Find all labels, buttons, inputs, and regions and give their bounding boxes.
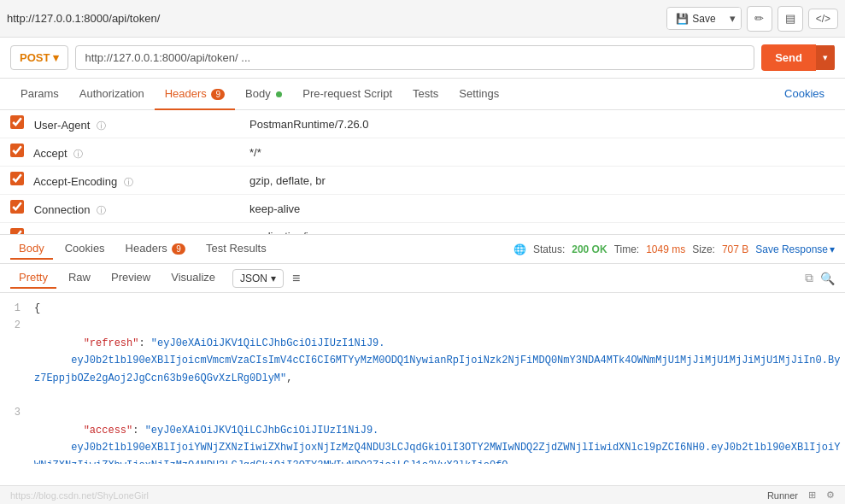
save-button-group: 💾 Save ▾ (666, 7, 741, 30)
headers-scroll-area: User-Agent ⓘ PostmanRuntime/7.26.0 Accep… (0, 110, 845, 234)
status-value: 200 OK (572, 243, 607, 255)
info-icon: ⓘ (97, 205, 106, 215)
table-row: Accept ⓘ */* (0, 138, 845, 167)
format-tab-pretty[interactable]: Pretty (10, 267, 56, 289)
comment-icon: ▤ (785, 12, 795, 25)
table-row: Connection ⓘ keep-alive (0, 195, 845, 223)
header-name: Accept-Encoding ⓘ (33, 175, 133, 188)
save-response-button[interactable]: Save Response ▾ (755, 243, 835, 255)
save-dropdown-button[interactable]: ▾ (725, 8, 741, 29)
top-right-actions: 💾 Save ▾ ✏ ▤ </> (666, 6, 838, 32)
content-type-checkbox[interactable] (10, 228, 24, 234)
code-brackets-icon: </> (816, 13, 830, 25)
time-value: 1049 ms (646, 243, 685, 255)
table-row: Accept-Encoding ⓘ gzip, deflate, br (0, 167, 845, 195)
time-label: Time: (614, 243, 640, 255)
send-button-group: Send ▾ (761, 44, 835, 71)
save-label: Save (692, 13, 715, 25)
format-tab-preview[interactable]: Preview (103, 267, 159, 289)
size-label: Size: (692, 243, 715, 255)
header-name: Connection ⓘ (34, 203, 106, 216)
response-format-bar: Pretty Raw Preview Visualize JSON ▾ ≡ ⧉ … (0, 264, 845, 293)
cookies-link[interactable]: Cookies (774, 79, 835, 110)
json-format-selector[interactable]: JSON ▾ (232, 269, 284, 288)
header-name: Content-Type (34, 231, 101, 234)
format-chevron-icon: ▾ (271, 273, 276, 284)
tab-pre-request[interactable]: Pre-request Script (292, 79, 402, 110)
status-label: Status: (533, 243, 565, 255)
top-url: http://127.0.0.1:8000/api/token/ (7, 12, 660, 25)
user-agent-checkbox[interactable] (10, 115, 24, 129)
code-button[interactable]: </> (808, 9, 838, 29)
resp-tab-body[interactable]: Body (10, 238, 53, 260)
tab-settings[interactable]: Settings (449, 79, 509, 110)
tab-params[interactable]: Params (10, 79, 69, 110)
accept-encoding-checkbox[interactable] (10, 172, 24, 185)
headers-badge: 9 (211, 89, 225, 100)
connection-checkbox[interactable] (10, 200, 24, 214)
json-refresh-line: "refresh": "eyJ0eXAiOiJKV1QiLCJhbGciOiJI… (34, 317, 845, 404)
table-row: User-Agent ⓘ PostmanRuntime/7.26.0 (0, 110, 845, 138)
header-value: */* (239, 138, 845, 167)
resp-tab-headers[interactable]: Headers 9 (117, 238, 194, 260)
format-label: JSON (240, 273, 267, 284)
json-access-line: "access": "eyJ0eXAiOiJKV1QiLCJhbGciOiJIU… (34, 404, 845, 464)
floppy-icon: 💾 (676, 13, 689, 25)
tab-authorization[interactable]: Authorization (69, 79, 155, 110)
format-tab-raw[interactable]: Raw (60, 267, 99, 289)
send-dropdown-button[interactable]: ▾ (816, 45, 835, 70)
json-output-area: 1 { 2 "refresh": "eyJ0eXAiOiJKV1QiLCJhbG… (0, 293, 845, 464)
copy-icon[interactable]: ⧉ (805, 271, 813, 285)
save-button[interactable]: 💾 Save (667, 9, 724, 29)
pencil-button[interactable]: ✏ (747, 6, 772, 32)
send-label: Send (775, 51, 802, 64)
info-icon: ⓘ (124, 177, 133, 187)
body-dot (276, 91, 282, 97)
headers-table: User-Agent ⓘ PostmanRuntime/7.26.0 Accep… (0, 110, 845, 234)
table-row: Content-Type application/json (0, 223, 845, 235)
tab-tests[interactable]: Tests (402, 79, 449, 110)
comment-button[interactable]: ▤ (778, 6, 803, 32)
json-line-3: 3 "access": "eyJ0eXAiOiJKV1QiLCJhbGciOiJ… (0, 404, 845, 464)
json-key-refresh: "refresh" (84, 337, 139, 349)
globe-icon: 🌐 (513, 243, 526, 255)
format-tab-visualize[interactable]: Visualize (162, 267, 224, 289)
header-name: Accept ⓘ (33, 147, 83, 160)
json-val-refresh: "eyJ0eXAiOiJKV1QiLCJhbGciOiJIUzI1NiJ9. e… (34, 337, 840, 384)
pencil-icon: ✏ (754, 12, 764, 25)
json-brace-open: { (34, 300, 845, 317)
header-value: PostmanRuntime/7.26.0 (239, 110, 845, 138)
info-icon: ⓘ (73, 149, 83, 159)
header-value: application/json (239, 223, 845, 235)
json-line-1: 1 { (0, 300, 845, 317)
method-selector[interactable]: POST ▾ (10, 45, 68, 70)
line-number: 1 (0, 300, 34, 317)
send-button[interactable]: Send (761, 44, 816, 71)
info-icon: ⓘ (97, 120, 106, 131)
response-bar: Body Cookies Headers 9 Test Results 🌐 St… (0, 234, 845, 264)
tab-headers[interactable]: Headers 9 (155, 79, 235, 110)
line-number: 3 (0, 404, 34, 464)
save-resp-chevron-icon: ▾ (830, 243, 835, 255)
tab-body[interactable]: Body (235, 79, 292, 110)
accept-checkbox[interactable] (10, 144, 24, 157)
search-icon[interactable]: 🔍 (820, 272, 835, 285)
header-name: User-Agent ⓘ (34, 119, 106, 132)
resp-headers-badge: 9 (172, 243, 185, 255)
save-response-label: Save Response (755, 243, 828, 255)
resp-tab-cookies[interactable]: Cookies (56, 238, 114, 260)
header-value: keep-alive (239, 195, 845, 223)
filter-icon[interactable]: ≡ (287, 269, 305, 288)
header-value: gzip, deflate, br (239, 167, 845, 195)
top-bar: http://127.0.0.1:8000/api/token/ 💾 Save … (0, 0, 845, 38)
line-number: 2 (0, 317, 34, 404)
method-chevron-icon: ▾ (53, 51, 59, 64)
request-line: POST ▾ Send ▾ (0, 38, 845, 79)
json-key-access: "access" (84, 425, 133, 437)
url-input[interactable] (75, 45, 754, 70)
size-value: 707 B (722, 243, 748, 255)
request-tabs: Params Authorization Headers 9 Body Pre-… (0, 79, 845, 110)
json-line-2: 2 "refresh": "eyJ0eXAiOiJKV1QiLCJhbGciOi… (0, 317, 845, 404)
json-toolbar: ⧉ 🔍 (805, 271, 835, 285)
resp-tab-test-results[interactable]: Test Results (197, 238, 275, 260)
